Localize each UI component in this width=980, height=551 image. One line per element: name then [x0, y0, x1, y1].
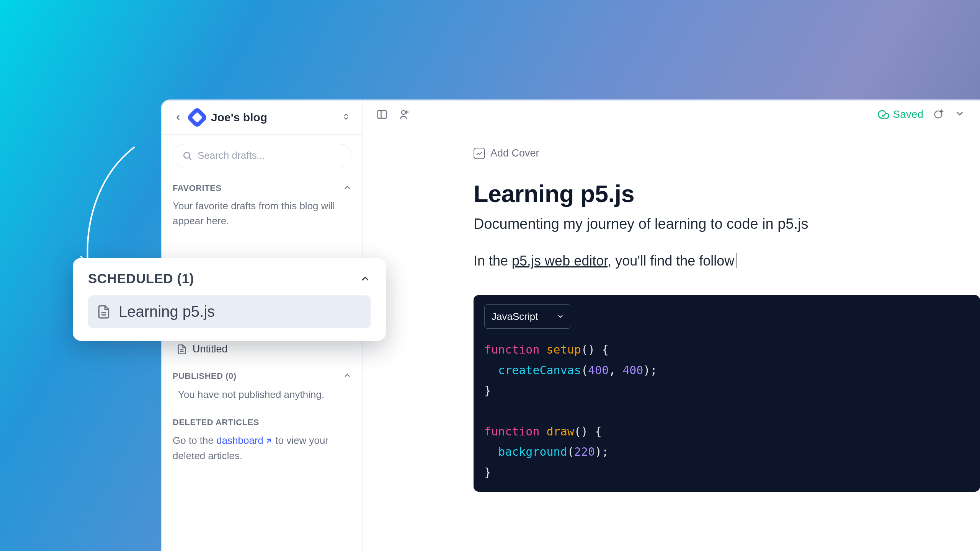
draft-item-title: Untitled: [193, 343, 228, 355]
add-cover-button[interactable]: Add Cover: [474, 147, 539, 159]
svg-rect-5: [378, 111, 387, 118]
scheduled-item-title: Learning p5.js: [119, 303, 215, 320]
code-language-label: JavaScript: [492, 308, 538, 325]
deleted-pre: Go to the: [173, 435, 216, 446]
search-input[interactable]: [198, 150, 342, 161]
code-block[interactable]: JavaScript function setup() { createCanv…: [474, 295, 980, 492]
article-subtitle[interactable]: Documenting my journey of learning to co…: [474, 216, 980, 232]
body-inline-link[interactable]: p5.js web editor: [512, 253, 608, 269]
callout-arrow-icon: [77, 143, 142, 274]
panel-left-icon: [376, 109, 388, 120]
chevron-down-icon: [955, 109, 965, 119]
chevron-up-icon[interactable]: [360, 273, 371, 284]
editor-content: Add Cover Learning p5.js Documenting my …: [363, 128, 980, 492]
text-cursor: [737, 253, 737, 268]
chevron-up-icon: [343, 183, 351, 192]
chevrons-up-down-icon: [342, 113, 350, 121]
svg-line-4: [267, 439, 270, 442]
published-label: PUBLISHED (0): [173, 371, 237, 381]
search-box[interactable]: [173, 144, 351, 167]
blog-title: Joe's blog: [211, 111, 336, 124]
scheduled-callout: SCHEDULED (1) Learning p5.js: [73, 258, 386, 341]
add-cover-label: Add Cover: [490, 147, 539, 159]
deleted-desc: Go to the dashboard to view your deleted…: [173, 433, 351, 464]
file-text-icon: [96, 305, 111, 319]
user-plus-icon: [398, 109, 409, 120]
back-button[interactable]: [173, 112, 183, 123]
scheduled-callout-header[interactable]: SCHEDULED (1): [88, 271, 371, 286]
search-icon: [182, 151, 192, 161]
article-body-line[interactable]: In the p5.js web editor, you'll find the…: [474, 253, 980, 269]
scheduled-item[interactable]: Learning p5.js: [88, 295, 371, 328]
main-area: Saved Add Cover Learning p5.js Documenti…: [363, 101, 980, 551]
code-language-select[interactable]: JavaScript: [484, 304, 571, 329]
article-title[interactable]: Learning p5.js: [474, 180, 980, 207]
draft-item[interactable]: Untitled: [173, 339, 351, 359]
favorites-section-header[interactable]: FAVORITES: [173, 180, 351, 196]
published-section-header[interactable]: PUBLISHED (0): [173, 368, 351, 384]
code-content: function setup() { createCanvas(400, 400…: [484, 339, 969, 483]
chevron-down-icon: [557, 313, 564, 320]
favorites-label: FAVORITES: [173, 183, 222, 193]
sparkle-icon: [933, 109, 944, 119]
favorites-empty-text: Your favorite drafts from this blog will…: [173, 199, 351, 228]
dashboard-link[interactable]: dashboard: [216, 435, 273, 446]
saved-label: Saved: [893, 108, 923, 121]
more-menu-button[interactable]: [955, 109, 966, 120]
favorites-toggle[interactable]: [343, 183, 351, 193]
chevron-up-icon: [343, 371, 351, 380]
blog-switcher[interactable]: [342, 113, 351, 122]
cloud-check-icon: [878, 109, 889, 120]
published-toggle[interactable]: [343, 371, 351, 381]
topbar: Saved: [363, 101, 980, 128]
blog-logo-icon: [186, 107, 208, 129]
svg-line-1: [189, 157, 191, 159]
external-link-icon: [265, 437, 273, 445]
toggle-sidebar-button[interactable]: [376, 109, 388, 120]
scheduled-label: SCHEDULED (1): [88, 271, 194, 286]
deleted-label: DELETED ARTICLES: [173, 417, 351, 427]
chevron-left-icon: [174, 114, 182, 121]
sidebar-header: Joe's blog: [162, 101, 362, 135]
published-empty-text: You have not published anything.: [173, 386, 351, 403]
ai-sparkle-button[interactable]: [933, 109, 945, 120]
collaborators-button[interactable]: [398, 109, 409, 120]
file-text-icon: [176, 344, 187, 355]
svg-point-7: [402, 111, 405, 114]
saved-status: Saved: [878, 108, 923, 121]
image-icon: [474, 148, 485, 159]
